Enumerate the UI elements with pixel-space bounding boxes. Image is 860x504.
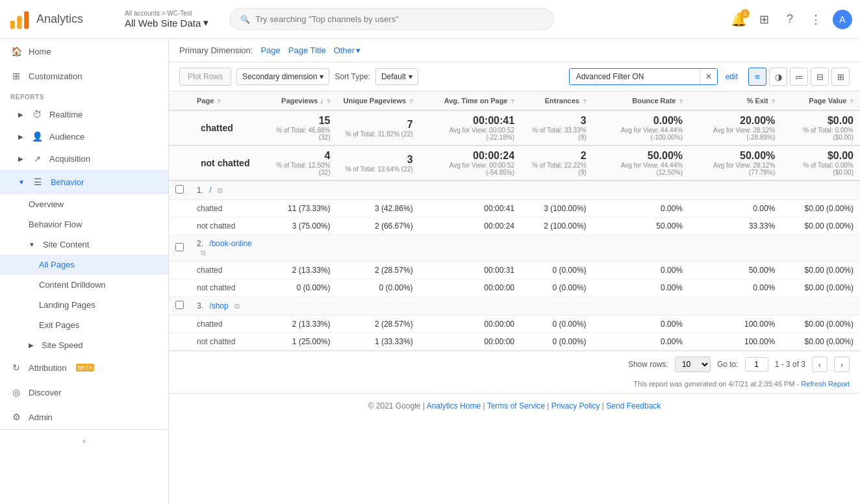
seg-unique-pv: 2 (66.67%): [336, 218, 419, 235]
audience-icon: 👤: [31, 131, 43, 142]
seg-pct-exit: 50.00%: [689, 262, 781, 279]
table-view-button[interactable]: ≡: [748, 68, 766, 86]
dimension-page-link[interactable]: Page: [260, 45, 280, 55]
footer-feedback-link[interactable]: Send Feedback: [606, 401, 661, 410]
pie-view-button[interactable]: ◑: [769, 68, 787, 86]
th-help-icon[interactable]: ?: [327, 98, 331, 105]
pagination-prev-button[interactable]: ‹: [812, 357, 828, 372]
page-link[interactable]: /shop: [209, 301, 228, 310]
notification-button[interactable]: 🔔 1: [731, 12, 747, 27]
sidebar-item-site-speed[interactable]: ▶ Site Speed: [0, 335, 168, 355]
row-page-cell: 3. /shop ⧉: [190, 297, 261, 316]
row-checkbox-cell[interactable]: [169, 297, 190, 316]
filter-input[interactable]: [570, 69, 700, 84]
more-options-button[interactable]: ⋮: [807, 10, 825, 29]
row-checkbox[interactable]: [175, 243, 184, 251]
row-checkbox[interactable]: [175, 185, 184, 194]
th-help-icon[interactable]: ?: [583, 98, 587, 105]
collapse-sidebar-button[interactable]: ‹: [0, 429, 168, 452]
summary-row: not chatted 4 % of Total: 12.50% (32) 3 …: [169, 145, 860, 181]
sidebar-item-landing-pages[interactable]: Landing Pages: [0, 295, 168, 315]
row-checkbox-cell[interactable]: [169, 235, 190, 262]
search-bar[interactable]: 🔍: [229, 8, 554, 30]
segment-label: not chatted: [190, 333, 261, 351]
th-help-icon[interactable]: ?: [772, 98, 776, 105]
th-help-icon[interactable]: ?: [679, 98, 683, 105]
secondary-dimension-dropdown[interactable]: Secondary dimension ▾: [236, 68, 329, 85]
page-link[interactable]: /: [209, 186, 211, 195]
dimension-page-title-link[interactable]: Page Title: [288, 45, 326, 55]
th-page: Page ?: [190, 92, 261, 110]
summary-page-label: chatted: [190, 110, 261, 145]
performance-view-button[interactable]: ≔: [790, 68, 808, 86]
sidebar-item-overview[interactable]: Overview: [0, 194, 168, 214]
sidebar-item-realtime[interactable]: ▶ ⏱ Realtime: [0, 103, 168, 125]
th-help-icon[interactable]: ?: [511, 98, 515, 105]
sidebar-item-behavior[interactable]: ▼ ☰ Behavior: [0, 170, 168, 194]
footer-analytics-home-link[interactable]: Analytics Home: [427, 401, 481, 410]
seg-page-value: $0.00 (0.00%): [781, 200, 860, 218]
pagination-next-button[interactable]: ›: [834, 357, 850, 372]
plot-rows-button[interactable]: Plot Rows: [179, 68, 231, 86]
chevron-down-icon: ▾: [356, 45, 360, 55]
sidebar-item-attribution[interactable]: ↻ Attribution BETA: [0, 355, 168, 380]
copy-icon[interactable]: ⧉: [234, 302, 240, 310]
go-to-input-wrapper: [745, 357, 768, 372]
seg-pct-exit: 0.00%: [689, 200, 781, 218]
list-item: chatted 2 (13.33%) 2 (28.57%) 00:00:31 0…: [169, 262, 860, 279]
comparison-view-button[interactable]: ⊟: [811, 68, 829, 86]
copy-icon[interactable]: ⧉: [201, 249, 206, 257]
sidebar-item-behavior-flow[interactable]: Behavior Flow: [0, 214, 168, 234]
footer-tos-link[interactable]: Terms of Service: [487, 401, 545, 410]
page-link[interactable]: /book-online: [209, 239, 251, 248]
go-to-input[interactable]: [745, 357, 768, 372]
expand-icon: ▶: [18, 133, 23, 140]
sidebar-item-customization[interactable]: ⊞ Customization: [0, 64, 168, 88]
property-selector[interactable]: All Web Site Data ▾: [125, 17, 209, 29]
th-help-icon[interactable]: ?: [217, 98, 221, 105]
seg-unique-pv: 3 (42.86%): [336, 200, 419, 218]
row-checkbox[interactable]: [175, 301, 184, 309]
summary-checkbox-cell: [169, 110, 190, 145]
seg-entrances: 0 (0.00%): [521, 279, 593, 297]
sort-type-dropdown[interactable]: Default ▾: [375, 68, 418, 85]
sidebar-item-discover[interactable]: ◎ Discover: [0, 380, 168, 405]
sidebar-item-label: Customization: [29, 71, 82, 81]
expand-icon: ▼: [18, 179, 25, 186]
help-button[interactable]: ?: [781, 10, 799, 29]
show-rows-select[interactable]: 10 25 50 100: [675, 357, 711, 372]
sidebar-item-exit-pages[interactable]: Exit Pages: [0, 315, 168, 335]
copy-icon[interactable]: ⧉: [218, 186, 223, 194]
sidebar-item-home[interactable]: 🏠 Home: [0, 39, 168, 64]
summary-page-value: $0.00 % of Total: 0.00% ($0.00): [781, 145, 860, 181]
sidebar-item-all-pages[interactable]: All Pages: [0, 255, 168, 275]
sidebar-item-label: Home: [29, 47, 51, 57]
pivot-view-button[interactable]: ⊞: [831, 68, 850, 86]
chevron-down-icon: ▾: [320, 72, 323, 81]
sidebar-item-site-content[interactable]: ▼ Site Content: [0, 234, 168, 255]
sidebar-item-audience[interactable]: ▶ 👤 Audience: [0, 125, 168, 147]
th-help-icon[interactable]: ?: [850, 98, 854, 105]
summary-avg-time: 00:00:24 Avg for View: 00:00:52 (-54.85%…: [420, 145, 521, 181]
apps-button[interactable]: ⊞: [755, 10, 773, 29]
segment-label: not chatted: [190, 218, 261, 235]
filter-clear-button[interactable]: ✕: [700, 69, 717, 84]
seg-unique-pv: 1 (33.33%): [336, 333, 419, 351]
edit-filter-link[interactable]: edit: [726, 72, 738, 81]
sidebar-item-acquisition[interactable]: ▶ ↗ Acquisition: [0, 147, 168, 170]
footer-privacy-link[interactable]: Privacy Policy: [551, 401, 600, 410]
refresh-report-link[interactable]: Refresh Report: [801, 380, 850, 388]
account-selector[interactable]: All accounts > WC-Test All Web Site Data…: [125, 10, 209, 29]
seg-entrances: 0 (0.00%): [521, 333, 593, 351]
search-input[interactable]: [255, 14, 543, 24]
dimension-other-dropdown[interactable]: Other ▾: [334, 45, 361, 55]
table-row: 3. /shop ⧉: [169, 297, 860, 316]
toolbar: Plot Rows Secondary dimension ▾ Sort Typ…: [169, 62, 860, 92]
sidebar-item-content-drilldown[interactable]: Content Drilldown: [0, 275, 168, 295]
row-checkbox-cell[interactable]: [169, 181, 190, 200]
th-help-icon[interactable]: ?: [409, 98, 413, 105]
search-icon: 🔍: [240, 15, 250, 24]
seg-avg-time: 00:00:00: [420, 279, 521, 297]
sidebar-item-admin[interactable]: ⚙ Admin: [0, 405, 168, 429]
avatar[interactable]: A: [833, 10, 852, 29]
